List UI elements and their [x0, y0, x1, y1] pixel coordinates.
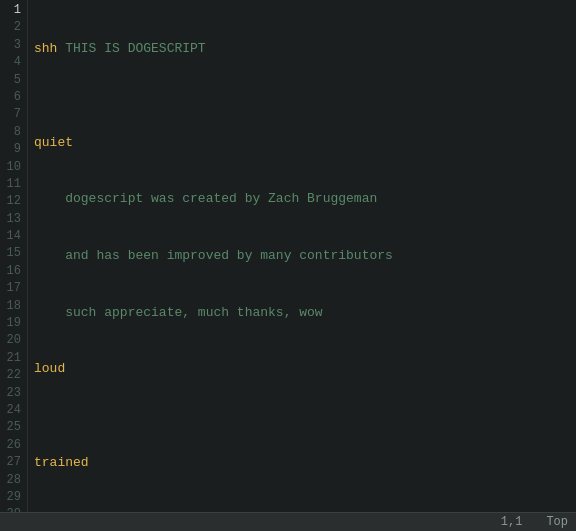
- editor: 1 2 3 4 5 6 7 8 9 10 11 12 13 14 15 16 1…: [0, 0, 576, 512]
- line-number-18: 18: [4, 298, 21, 315]
- line-number-29: 29: [4, 489, 21, 506]
- code-line-4: dogescript was created by Zach Bruggeman: [34, 190, 570, 209]
- code-line-5: and has been improved by many contributo…: [34, 247, 570, 266]
- line-number-1: 1: [4, 2, 21, 19]
- line-number-11: 11: [4, 176, 21, 193]
- code-line-3: quiet: [34, 134, 570, 153]
- statusbar: 1,1 Top: [0, 512, 576, 531]
- line-number-8: 8: [4, 124, 21, 141]
- line-number-25: 25: [4, 419, 21, 436]
- line-number-5: 5: [4, 72, 21, 89]
- line-number-10: 10: [4, 159, 21, 176]
- code-line-1: shh THIS IS DOGESCRIPT: [34, 40, 570, 59]
- line-numbers: 1 2 3 4 5 6 7 8 9 10 11 12 13 14 15 16 1…: [0, 0, 28, 512]
- line-number-26: 26: [4, 437, 21, 454]
- code-line-6: such appreciate, much thanks, wow: [34, 304, 570, 323]
- line-number-16: 16: [4, 263, 21, 280]
- line-number-23: 23: [4, 385, 21, 402]
- line-number-2: 2: [4, 19, 21, 36]
- line-number-6: 6: [4, 89, 21, 106]
- line-number-13: 13: [4, 211, 21, 228]
- line-number-20: 20: [4, 332, 21, 349]
- code-area[interactable]: shh THIS IS DOGESCRIPT quiet dogescript …: [28, 0, 576, 512]
- scroll-position: Top: [546, 515, 568, 529]
- code-line-7: loud: [34, 360, 570, 379]
- line-number-7: 7: [4, 106, 21, 123]
- line-number-19: 19: [4, 315, 21, 332]
- line-number-21: 21: [4, 350, 21, 367]
- line-number-12: 12: [4, 193, 21, 210]
- line-number-28: 28: [4, 472, 21, 489]
- line-number-27: 27: [4, 454, 21, 471]
- line-number-4: 4: [4, 54, 21, 71]
- code-line-9: trained: [34, 454, 570, 473]
- line-number-22: 22: [4, 367, 21, 384]
- line-number-17: 17: [4, 280, 21, 297]
- line-number-14: 14: [4, 228, 21, 245]
- cursor-position: 1,1: [501, 515, 523, 529]
- line-number-9: 9: [4, 141, 21, 158]
- line-number-15: 15: [4, 245, 21, 262]
- line-number-24: 24: [4, 402, 21, 419]
- line-number-3: 3: [4, 37, 21, 54]
